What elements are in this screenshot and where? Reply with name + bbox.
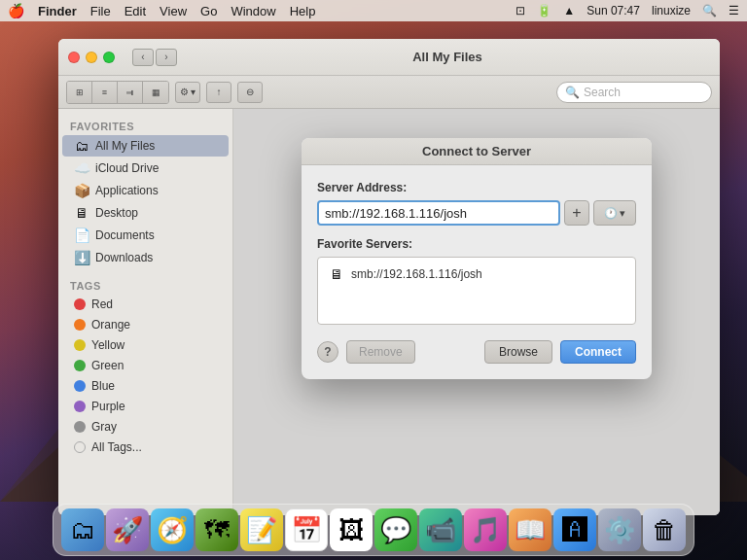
dock-item-appstore[interactable]: 🅰 <box>553 508 596 551</box>
dock-item-maps[interactable]: 🗺 <box>196 508 238 551</box>
menubar-user[interactable]: linuxize <box>652 4 691 18</box>
chevron-down-icon: ▾ <box>620 207 625 220</box>
tag-btn[interactable]: ⊖ <box>237 82 263 103</box>
sidebar: Favorites 🗂 All My Files ☁️ iCloud Drive… <box>58 109 233 515</box>
dock-item-notes[interactable]: 📝 <box>240 508 283 551</box>
dock-item-trash[interactable]: 🗑 <box>643 508 686 551</box>
menubar-finder[interactable]: Finder <box>38 4 77 18</box>
dialog-titlebar: Connect to Server <box>302 138 652 165</box>
action-btn[interactable]: ⚙ ▾ <box>175 82 200 103</box>
recent-servers-button[interactable]: 🕐 ▾ <box>593 200 636 226</box>
sidebar-item-orange[interactable]: Orange <box>62 315 229 334</box>
sidebar-item-blue[interactable]: Blue <box>62 376 229 396</box>
downloads-icon: ⬇️ <box>74 250 89 265</box>
share-btn[interactable]: ↑ <box>206 82 231 103</box>
tags-label: Tags <box>58 276 232 294</box>
dock-item-itunes[interactable]: 🎵 <box>464 508 507 551</box>
view-icon-btn[interactable]: ⊞ <box>67 82 92 103</box>
forward-button[interactable]: › <box>156 49 177 66</box>
server-address-label: Server Address: <box>317 181 636 194</box>
search-field[interactable]: 🔍 Search <box>556 82 712 103</box>
sidebar-item-purple[interactable]: Purple <box>62 397 229 416</box>
applications-icon: 📦 <box>74 183 89 198</box>
menubar-file[interactable]: File <box>90 4 111 18</box>
sidebar-item-documents[interactable]: 📄 Documents <box>62 225 229 246</box>
menubar-edit[interactable]: Edit <box>124 4 146 18</box>
server-icon: 🖥 <box>328 265 345 283</box>
menubar-view[interactable]: View <box>160 4 187 18</box>
sidebar-item-icloud-drive[interactable]: ☁️ iCloud Drive <box>62 158 229 179</box>
dock-item-facetime[interactable]: 📹 <box>419 508 462 551</box>
dock-item-launchpad[interactable]: 🚀 <box>106 508 149 551</box>
dock-item-messages[interactable]: 💬 <box>374 508 417 551</box>
yellow-tag-label: Yellow <box>91 338 124 352</box>
icloud-drive-icon: ☁️ <box>74 160 89 176</box>
add-to-favorites-button[interactable]: + <box>564 200 589 226</box>
dock-item-photos[interactable]: 🖼 <box>330 508 373 551</box>
server-address-input[interactable] <box>317 200 560 226</box>
connect-button[interactable]: Connect <box>560 340 636 364</box>
close-button[interactable] <box>68 52 80 63</box>
desktop-icon: 🖥 <box>74 205 89 221</box>
remove-button[interactable]: Remove <box>346 340 415 364</box>
sidebar-item-desktop[interactable]: 🖥 Desktop <box>62 202 229 224</box>
favorites-list: 🖥 smb://192.168.1.116/josh <box>317 257 636 325</box>
menubar-window[interactable]: Window <box>231 4 275 18</box>
view-column-btn[interactable]: ⫥ <box>118 82 143 103</box>
dock: 🗂 🚀 🧭 🗺 📝 📅 🖼 💬 📹 🎵 📖 🅰 ⚙️ 🗑 <box>53 504 694 556</box>
favorite-item-smb-josh[interactable]: 🖥 smb://192.168.1.116/josh <box>322 262 631 287</box>
purple-tag-dot <box>74 401 86 412</box>
back-button[interactable]: ‹ <box>132 49 154 66</box>
menubar-help[interactable]: Help <box>290 4 316 18</box>
sidebar-item-all-my-files[interactable]: 🗂 All My Files <box>62 135 229 157</box>
sidebar-item-red[interactable]: Red <box>62 295 229 314</box>
dock-item-finder[interactable]: 🗂 <box>61 508 104 551</box>
downloads-label: Downloads <box>95 251 153 264</box>
orange-tag-dot <box>74 319 86 331</box>
menubar-left: 🍎 Finder File Edit View Go Window Help <box>8 3 315 18</box>
apple-menu[interactable]: 🍎 <box>8 3 24 18</box>
menubar-time: Sun 07:47 <box>587 4 640 18</box>
icloud-drive-label: iCloud Drive <box>95 161 159 175</box>
sidebar-item-yellow[interactable]: Yellow <box>62 335 229 355</box>
sidebar-item-downloads[interactable]: ⬇️ Downloads <box>62 247 229 268</box>
sidebar-item-applications[interactable]: 📦 Applications <box>62 180 229 201</box>
dock-item-syspref[interactable]: ⚙️ <box>598 508 641 551</box>
gray-tag-label: Gray <box>91 420 117 434</box>
menubar-wifi-icon: ▲ <box>563 4 575 18</box>
menubar-search-icon[interactable]: 🔍 <box>702 4 717 18</box>
gray-tag-dot <box>74 421 86 433</box>
dialog-title: Connect to Server <box>422 144 531 158</box>
documents-icon: 📄 <box>74 228 89 243</box>
menubar-go[interactable]: Go <box>200 4 217 18</box>
sidebar-item-gray[interactable]: Gray <box>62 417 229 437</box>
dock-item-safari[interactable]: 🧭 <box>151 508 194 551</box>
window-title: All My Files <box>185 50 710 64</box>
dock-item-ibooks[interactable]: 📖 <box>509 508 551 551</box>
view-cover-btn[interactable]: ▦ <box>143 82 168 103</box>
documents-label: Documents <box>95 228 155 242</box>
menubar-hamburger-icon[interactable]: ☰ <box>729 4 739 18</box>
sidebar-item-all-tags[interactable]: All Tags... <box>62 438 229 457</box>
server-address-row: + 🕐 ▾ <box>317 200 636 226</box>
finder-titlebar: ‹ › All My Files <box>58 39 720 76</box>
maximize-button[interactable] <box>103 52 115 63</box>
all-tags-dot <box>74 441 86 453</box>
menubar-battery-icon: 🔋 <box>537 4 551 18</box>
traffic-lights <box>68 52 115 63</box>
dock-item-calendar[interactable]: 📅 <box>285 508 328 551</box>
favorite-item-label: smb://192.168.1.116/josh <box>351 267 482 281</box>
minimize-button[interactable] <box>86 52 97 63</box>
menubar: 🍎 Finder File Edit View Go Window Help ⊡… <box>0 0 747 21</box>
applications-label: Applications <box>95 184 159 197</box>
menubar-right: ⊡ 🔋 ▲ Sun 07:47 linuxize 🔍 ☰ <box>516 4 739 18</box>
blue-tag-label: Blue <box>91 379 115 393</box>
finder-window: ‹ › All My Files ⊞ ≡ ⫥ ▦ ⚙ ▾ ↑ ⊖ 🔍 Searc… <box>58 39 720 515</box>
help-button[interactable]: ? <box>317 341 338 363</box>
browse-button[interactable]: Browse <box>484 340 552 364</box>
sidebar-item-green[interactable]: Green <box>62 356 229 375</box>
view-list-btn[interactable]: ≡ <box>92 82 118 103</box>
finder-body: Favorites 🗂 All My Files ☁️ iCloud Drive… <box>58 109 720 515</box>
desktop-label: Desktop <box>95 206 138 220</box>
all-my-files-label: All My Files <box>95 139 155 153</box>
